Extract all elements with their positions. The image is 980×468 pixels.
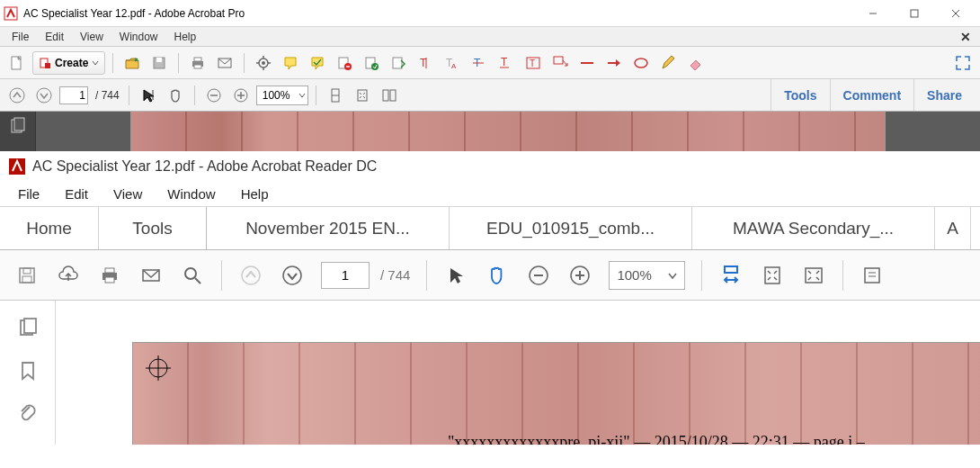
underline-icon[interactable]: T	[494, 51, 518, 75]
print-icon[interactable]	[186, 51, 209, 75]
bookmark-panel-icon[interactable]	[17, 360, 39, 382]
chevron-down-icon	[668, 271, 677, 280]
thumbnails-panel-icon[interactable]	[17, 317, 39, 338]
pro-page-canvas[interactable]	[36, 112, 980, 151]
more-tools-icon[interactable]	[854, 257, 890, 293]
svg-rect-36	[554, 57, 563, 64]
dc-zoom-combo[interactable]: 100%	[609, 261, 684, 290]
cloud-upload-icon[interactable]	[50, 257, 86, 293]
strikethrough-icon[interactable]: T	[468, 51, 491, 75]
email-icon[interactable]	[133, 257, 169, 293]
arrow-icon[interactable]	[602, 51, 626, 75]
svg-point-40	[10, 88, 24, 103]
dc-menu-edit[interactable]: Edit	[52, 184, 101, 204]
fit-width-icon[interactable]	[713, 257, 749, 293]
email-icon[interactable]	[213, 51, 236, 75]
open-icon[interactable]	[120, 51, 144, 75]
svg-text:T: T	[501, 56, 508, 68]
text-edit-icon[interactable]: T	[414, 51, 437, 75]
save-icon[interactable]	[147, 51, 171, 75]
menu-window[interactable]: Window	[111, 29, 166, 45]
page-down-icon[interactable]	[274, 257, 310, 293]
pages-panel-icon[interactable]	[9, 117, 27, 135]
svg-rect-12	[194, 65, 201, 68]
zoom-out-icon[interactable]	[521, 257, 557, 293]
zoom-level-combo[interactable]: 100%	[256, 86, 309, 105]
dc-menu-help[interactable]: Help	[228, 184, 281, 204]
read-mode-icon[interactable]	[796, 257, 832, 293]
highlight-check-icon[interactable]	[306, 51, 329, 75]
svg-rect-72	[725, 266, 737, 273]
line-icon[interactable]	[575, 51, 599, 75]
close-button[interactable]	[935, 0, 976, 27]
blank-page-icon[interactable]	[5, 51, 29, 75]
tab-tools[interactable]: Tools	[99, 207, 207, 249]
share-panel-link[interactable]: Share	[913, 79, 975, 111]
minimize-button[interactable]	[852, 0, 894, 27]
gear-icon[interactable]	[252, 51, 275, 75]
pro-nav-sidebar	[0, 112, 36, 151]
pencil-icon[interactable]	[656, 51, 680, 75]
tab-document-3[interactable]: MAWA Secondary_...	[692, 207, 935, 249]
page-up-icon[interactable]	[5, 84, 29, 107]
fit-height-icon[interactable]	[324, 84, 347, 107]
svg-rect-75	[865, 268, 879, 283]
dc-menu-view[interactable]: View	[101, 184, 155, 204]
maximize-button[interactable]	[894, 0, 935, 27]
svg-line-64	[195, 278, 200, 284]
fit-page-icon[interactable]	[351, 84, 374, 107]
search-icon[interactable]	[174, 257, 210, 293]
fullscreen-icon[interactable]	[951, 51, 975, 75]
page-number-input[interactable]	[59, 86, 88, 104]
callout-icon[interactable]	[548, 51, 572, 75]
pro-document-viewport	[0, 112, 980, 151]
zoom-in-icon[interactable]	[229, 84, 253, 107]
menu-help[interactable]: Help	[166, 29, 205, 45]
attachments-panel-icon[interactable]	[17, 403, 39, 425]
stamp-icon[interactable]	[360, 51, 383, 75]
create-button[interactable]: Create	[32, 51, 105, 75]
zoom-in-icon[interactable]	[562, 257, 598, 293]
fit-page-icon[interactable]	[754, 257, 790, 293]
two-page-icon[interactable]	[378, 84, 401, 107]
hand-tool-icon[interactable]	[164, 84, 187, 107]
page-footer-text: "xxxxxxxxxxxxxpre_pi-xii" — 2015/10/28 —…	[448, 433, 865, 445]
acrobat-pro-window: AC Specialist Year 12.pdf - Adobe Acroba…	[0, 0, 980, 151]
pro-toolbar-nav: / 744 100% Tools Comment Share	[0, 79, 980, 112]
create-pdf-icon	[39, 57, 51, 69]
menu-file[interactable]: File	[4, 29, 37, 45]
menu-edit[interactable]: Edit	[37, 29, 72, 45]
eraser-icon[interactable]	[683, 51, 707, 75]
page-down-icon[interactable]	[32, 84, 56, 107]
dc-page-canvas[interactable]: "xxxxxxxxxxxxxpre_pi-xii" — 2015/10/28 —…	[56, 301, 980, 445]
tab-home[interactable]: Home	[0, 207, 99, 249]
print-icon[interactable]	[92, 257, 128, 293]
comment-panel-link[interactable]: Comment	[830, 79, 914, 111]
tab-document-4[interactable]: A	[935, 207, 971, 249]
oval-icon[interactable]	[629, 51, 653, 75]
attach-file-icon[interactable]	[387, 51, 410, 75]
selection-tool-icon[interactable]	[438, 257, 474, 293]
save-icon[interactable]	[9, 257, 45, 293]
svg-rect-25	[393, 58, 402, 68]
dc-page-number-input[interactable]	[321, 262, 370, 289]
tab-document-1[interactable]: November 2015 EN...	[207, 207, 450, 249]
text-box-icon[interactable]: T	[521, 51, 545, 75]
dc-menu-file[interactable]: File	[5, 184, 52, 204]
text-mark-icon[interactable]: TA	[441, 51, 464, 75]
note-delete-icon[interactable]	[333, 51, 356, 75]
tab-document-2[interactable]: EDU_010915_comb...	[450, 207, 692, 249]
svg-rect-58	[22, 276, 31, 283]
svg-point-66	[283, 266, 301, 284]
dc-page-total-label: / 744	[380, 267, 410, 283]
menu-view[interactable]: View	[72, 29, 111, 45]
document-close-icon[interactable]: ✕	[955, 30, 976, 44]
svg-point-41	[37, 88, 51, 103]
dc-menu-window[interactable]: Window	[155, 184, 227, 204]
sticky-note-icon[interactable]	[279, 51, 302, 75]
zoom-out-icon[interactable]	[202, 84, 226, 107]
tools-panel-link[interactable]: Tools	[771, 79, 829, 111]
hand-tool-icon[interactable]	[479, 257, 515, 293]
select-tool-icon[interactable]	[137, 84, 160, 107]
svg-point-24	[371, 63, 379, 70]
